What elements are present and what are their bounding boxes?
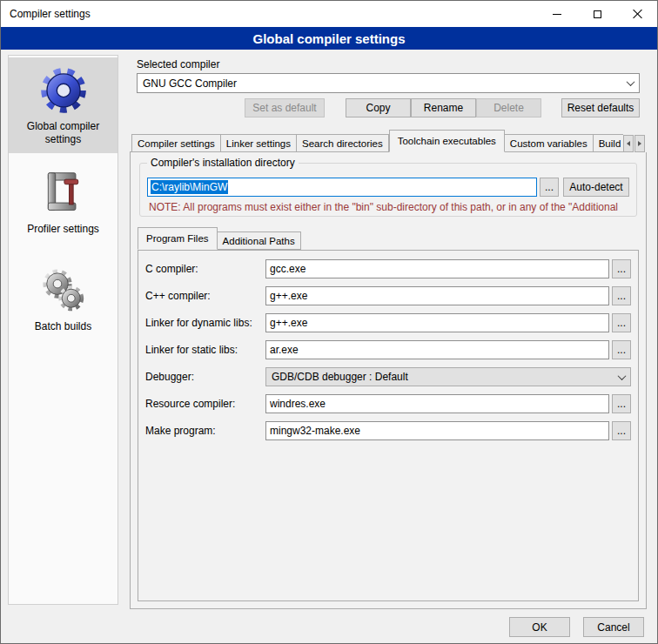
- install-dir-input[interactable]: C:\raylib\MinGW: [147, 178, 537, 197]
- make-program-input[interactable]: [265, 421, 609, 440]
- triangle-left-icon: [627, 141, 630, 146]
- c-compiler-label: C compiler:: [145, 263, 265, 275]
- install-dir-browse-button[interactable]: ...: [540, 178, 559, 197]
- dialog-banner: Global compiler settings: [1, 27, 657, 50]
- reset-defaults-button[interactable]: Reset defaults: [561, 98, 640, 117]
- debugger-label: Debugger:: [145, 371, 265, 383]
- compiler-settings-window: Compiler settings Global compiler settin…: [0, 0, 658, 644]
- autodetect-button[interactable]: Auto-detect: [563, 178, 629, 197]
- make-program-row: Make program: ...: [145, 421, 631, 440]
- chevron-down-icon: [614, 369, 629, 385]
- sidebar-item-profiler-settings[interactable]: Profiler settings: [9, 160, 118, 252]
- chevron-down-icon: [622, 75, 638, 91]
- cpp-compiler-label: C++ compiler:: [145, 290, 265, 302]
- titlebar: Compiler settings: [1, 1, 657, 27]
- toolchain-executables-panel: Compiler's installation directory C:\ray…: [130, 151, 647, 609]
- sidebar-item-global-compiler-settings[interactable]: Global compiler settings: [9, 57, 118, 153]
- c-compiler-browse-button[interactable]: ...: [612, 259, 631, 278]
- tab-program-files[interactable]: Program Files: [138, 227, 218, 250]
- tab-build[interactable]: Build: [594, 134, 628, 152]
- cpp-compiler-input[interactable]: [265, 286, 609, 305]
- tab-search-directories[interactable]: Search directories: [297, 134, 389, 152]
- cpp-compiler-row: C++ compiler: ...: [145, 286, 631, 305]
- rename-button[interactable]: Rename: [411, 98, 476, 117]
- make-program-label: Make program:: [145, 425, 265, 437]
- profiler-icon: [41, 167, 86, 218]
- ok-button[interactable]: OK: [509, 617, 570, 637]
- sidebar-item-label: Profiler settings: [27, 223, 99, 236]
- compiler-actions: Set as default Copy Rename Delete Reset …: [137, 98, 640, 117]
- minimize-icon: [553, 14, 561, 15]
- window-controls: [537, 1, 657, 27]
- sidebar-item-batch-builds[interactable]: Batch builds: [9, 259, 118, 352]
- static-linker-input[interactable]: [265, 340, 609, 359]
- cpp-compiler-browse-button[interactable]: ...: [612, 286, 631, 305]
- install-dir-note: NOTE: All programs must exist either in …: [149, 201, 629, 213]
- selected-compiler-label: Selected compiler: [137, 58, 640, 71]
- set-as-default-button[interactable]: Set as default: [245, 98, 325, 117]
- resource-compiler-input[interactable]: [265, 394, 609, 413]
- install-dir-row: C:\raylib\MinGW ... Auto-detect: [147, 178, 629, 197]
- tab-scroll-left-button[interactable]: [623, 135, 634, 152]
- resource-compiler-browse-button[interactable]: ...: [612, 394, 631, 413]
- copy-button[interactable]: Copy: [346, 98, 411, 117]
- sidebar-item-label: Global compiler settings: [10, 120, 116, 146]
- c-compiler-row: C compiler: ...: [145, 259, 631, 278]
- static-linker-browse-button[interactable]: ...: [612, 340, 631, 359]
- tab-linker-settings[interactable]: Linker settings: [221, 134, 297, 152]
- make-program-browse-button[interactable]: ...: [612, 421, 631, 440]
- install-dir-legend: Compiler's installation directory: [147, 157, 299, 169]
- program-tab-strip: Program FilesAdditional Paths: [138, 227, 646, 250]
- close-icon: [632, 9, 642, 19]
- delete-button[interactable]: Delete: [476, 98, 541, 117]
- tab-scroll-right-button[interactable]: [634, 135, 645, 152]
- install-dir-selected-text: C:\raylib\MinGW: [151, 180, 228, 194]
- triangle-right-icon: [638, 141, 641, 146]
- window-title: Compiler settings: [1, 8, 91, 20]
- dynamic-linker-input[interactable]: [265, 313, 609, 332]
- install-dir-groupbox: Compiler's installation directory C:\ray…: [139, 163, 637, 217]
- close-button[interactable]: [617, 1, 657, 27]
- static-linker-label: Linker for static libs:: [145, 344, 265, 356]
- debugger-row: Debugger: GDB/CDB debugger : Default: [145, 367, 631, 386]
- dynamic-linker-row: Linker for dynamic libs: ...: [145, 313, 631, 332]
- dynamic-linker-browse-button[interactable]: ...: [612, 313, 631, 332]
- resource-compiler-row: Resource compiler: ...: [145, 394, 631, 413]
- compiler-combobox-value: GNU GCC Compiler: [143, 77, 237, 90]
- batch-builds-icon: [39, 266, 88, 315]
- settings-tab-strip: Compiler settingsLinker settingsSearch d…: [131, 130, 647, 152]
- cancel-button[interactable]: Cancel: [583, 617, 644, 637]
- dynamic-linker-label: Linker for dynamic libs:: [145, 317, 265, 329]
- debugger-combobox-value: GDB/CDB debugger : Default: [272, 371, 408, 383]
- sidebar: Global compiler settings: [8, 55, 118, 605]
- tab-compiler-settings[interactable]: Compiler settings: [131, 134, 221, 152]
- debugger-combobox[interactable]: GDB/CDB debugger : Default: [265, 367, 631, 386]
- dialog-body: Global compiler settings: [1, 50, 657, 612]
- tab-custom-variables[interactable]: Custom variables: [505, 134, 594, 152]
- program-files-panel: C compiler: ... C++ compiler: ... Linker…: [138, 250, 639, 601]
- tab-scroll-buttons: [623, 134, 647, 152]
- maximize-button[interactable]: [577, 1, 617, 27]
- gear-icon: [37, 64, 91, 115]
- maximize-icon: [594, 10, 601, 18]
- static-linker-row: Linker for static libs: ...: [145, 340, 631, 359]
- tab-toolchain-executables[interactable]: Toolchain executables: [389, 130, 505, 152]
- resource-compiler-label: Resource compiler:: [145, 398, 265, 410]
- compiler-combobox[interactable]: GNU GCC Compiler: [137, 73, 640, 93]
- minimize-button[interactable]: [537, 1, 577, 27]
- tab-additional-paths[interactable]: Additional Paths: [218, 231, 301, 250]
- sidebar-item-label: Batch builds: [35, 320, 91, 333]
- c-compiler-input[interactable]: [265, 259, 609, 278]
- main-panel: Selected compiler GNU GCC Compiler Set a…: [130, 50, 647, 612]
- banner-title: Global compiler settings: [252, 31, 405, 46]
